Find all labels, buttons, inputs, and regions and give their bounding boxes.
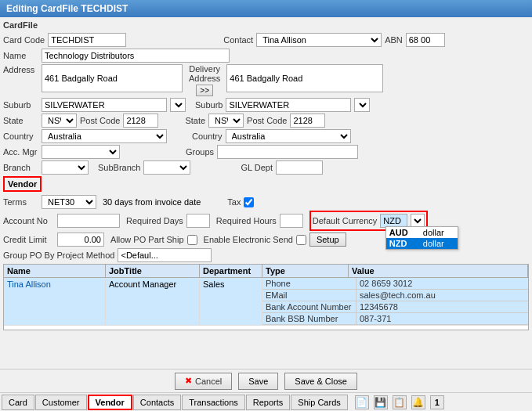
branch-label: Branch: [3, 163, 38, 172]
terms-label: Terms: [3, 197, 38, 207]
tab-card-label: Card: [9, 398, 27, 407]
acc-mgr-select[interactable]: [42, 145, 120, 159]
group-po-label: Group PO By Project Method: [3, 251, 114, 260]
delivery-postcode-label: Post Code: [247, 116, 287, 125]
info-type-phone: Phone: [262, 278, 356, 289]
table-header: Name JobTitle Department Type Value: [4, 265, 528, 278]
currency-dropdown: AUD dollar NZD dollar: [385, 226, 458, 250]
tab-icon-1[interactable]: 📄: [355, 395, 369, 409]
required-hours-input[interactable]: [280, 214, 303, 228]
postcode-label: Post Code: [80, 116, 120, 125]
info-row-bank-account: Bank Account Number 12345678: [262, 301, 528, 313]
suburb-input[interactable]: [42, 98, 167, 112]
delivery-state-label: State: [185, 116, 205, 125]
setup-button[interactable]: Setup: [309, 233, 346, 247]
delivery-suburb-select[interactable]: [354, 98, 370, 112]
info-value-phone: 02 8659 3012: [356, 278, 415, 289]
tab-vendor-label: Vendor: [96, 398, 125, 407]
gldept-input[interactable]: [276, 160, 323, 175]
delivery-state-select[interactable]: NSW: [208, 114, 244, 128]
credit-limit-label: Credit Limit: [3, 235, 54, 244]
save-close-button[interactable]: Save & Close: [284, 373, 357, 390]
terms-select[interactable]: NET30: [42, 195, 96, 209]
col-header-value: Value: [349, 265, 528, 277]
tab-contacts[interactable]: Contacts: [133, 395, 181, 410]
delivery-country-select[interactable]: Australia: [226, 129, 351, 143]
default-currency-label: Default Currency: [313, 216, 378, 225]
subbranch-label: SubBranch: [98, 163, 140, 172]
account-no-label: Account No: [3, 216, 54, 225]
group-po-input[interactable]: [118, 248, 212, 262]
currency-option-aud[interactable]: AUD dollar: [386, 227, 458, 238]
required-days-input[interactable]: [186, 214, 210, 228]
suburb-label: Suburb: [3, 100, 38, 110]
abn-input[interactable]: [406, 33, 445, 47]
currency-name-aud: dollar: [423, 228, 454, 237]
account-no-input[interactable]: [57, 214, 120, 228]
tab-ship-cards[interactable]: Ship Cards: [291, 395, 347, 410]
country-select[interactable]: Australia: [42, 129, 167, 143]
bottom-buttons: ✖ Cancel Save Save & Close: [0, 369, 532, 392]
name-input[interactable]: [42, 49, 230, 63]
credit-limit-input[interactable]: [57, 233, 104, 247]
card-code-label: Card Code: [3, 35, 45, 45]
tab-customer-label: Customer: [42, 398, 80, 407]
contact-label: Contact: [223, 35, 253, 45]
address-label: Address: [3, 65, 38, 74]
contact-select[interactable]: Tina Allison: [256, 33, 382, 47]
tab-icon-3[interactable]: 📋: [393, 395, 407, 409]
delivery-address-input[interactable]: [226, 64, 383, 92]
title-text: Editing CardFile TECHDIST: [6, 3, 128, 14]
save-label: Save: [248, 377, 268, 386]
tab-card[interactable]: Card: [2, 395, 34, 410]
abn-label: ABN: [385, 35, 403, 45]
tab-vendor[interactable]: Vendor: [88, 395, 132, 410]
suburb-select[interactable]: [170, 98, 186, 112]
currency-code-aud: AUD: [389, 228, 417, 237]
table-row[interactable]: Tina Allison Account Manager Sales Phone…: [4, 278, 528, 326]
tab-customer[interactable]: Customer: [35, 395, 87, 410]
delivery-postcode-input[interactable]: [290, 114, 325, 128]
save-close-label: Save & Close: [295, 377, 347, 386]
col-header-name: Name: [4, 265, 106, 277]
tab-reports[interactable]: Reports: [246, 395, 291, 410]
tax-label: Tax: [227, 197, 241, 207]
col-header-department: Department: [200, 265, 262, 277]
currency-option-nzd[interactable]: NZD dollar: [386, 238, 458, 249]
tab-icon-5[interactable]: 1: [430, 395, 444, 409]
postcode-input[interactable]: [123, 114, 158, 128]
terms-desc: 30 days from invoice date: [103, 197, 201, 207]
info-row-phone: Phone 02 8659 3012: [262, 278, 528, 290]
required-days-label: Required Days: [126, 216, 183, 225]
cancel-icon: ✖: [185, 376, 192, 386]
name-label: Name: [3, 51, 38, 60]
delivery-suburb-input[interactable]: [226, 98, 351, 112]
tax-checkbox[interactable]: [244, 197, 254, 207]
state-label: State: [3, 116, 38, 125]
acc-mgr-label: Acc. Mgr: [3, 147, 38, 157]
tab-icon-2[interactable]: 💾: [374, 395, 388, 409]
copy-address-button[interactable]: >>: [196, 85, 213, 96]
country-label: Country: [3, 132, 38, 141]
groups-input[interactable]: [217, 145, 358, 159]
card-code-input[interactable]: [48, 33, 126, 47]
enable-electronic-checkbox[interactable]: [296, 235, 306, 245]
cell-jobtitle: Account Manager: [106, 278, 200, 325]
tab-contacts-label: Contacts: [140, 398, 174, 407]
subbranch-select[interactable]: [143, 160, 190, 175]
allow-po-checkbox[interactable]: [187, 235, 197, 245]
currency-name-nzd: dollar: [423, 239, 454, 248]
required-hours-label: Required Hours: [216, 216, 277, 225]
cancel-button[interactable]: ✖ Cancel: [175, 373, 232, 390]
col-header-jobtitle: JobTitle: [106, 265, 200, 277]
tab-transactions[interactable]: Transactions: [182, 395, 245, 410]
save-button[interactable]: Save: [238, 373, 278, 390]
groups-label: Groups: [186, 147, 214, 157]
state-select[interactable]: NSW: [42, 114, 77, 128]
branch-select[interactable]: [42, 160, 89, 175]
address-input[interactable]: [42, 64, 183, 92]
delivery-address-label2: Address: [189, 74, 220, 83]
tab-icon-4[interactable]: 🔔: [411, 395, 425, 409]
vendor-label: Vendor: [3, 176, 42, 192]
info-type-bsb: Bank BSB Number: [262, 313, 356, 324]
